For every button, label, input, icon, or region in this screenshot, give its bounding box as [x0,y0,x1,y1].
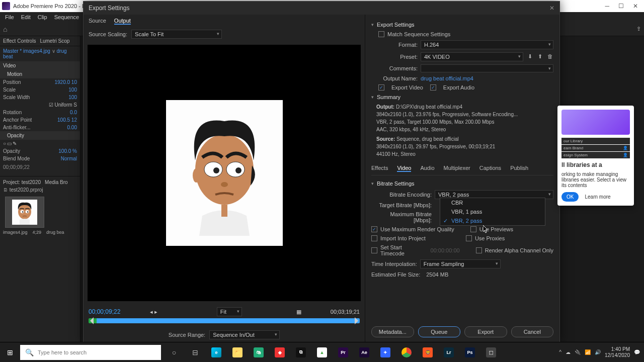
tab-source[interactable]: Source [89,18,106,25]
tab-lumetri[interactable]: Lumetri Scop [40,38,69,44]
minimize-button[interactable]: ─ [605,3,609,10]
maximize-button[interactable]: ☐ [618,3,624,10]
bitrate-header[interactable]: Bitrate Settings [371,178,553,189]
queue-button[interactable]: Queue [418,326,461,337]
import-preset-icon[interactable]: ⬆ [536,53,543,60]
bin-thumbnail[interactable] [5,197,44,228]
delete-preset-icon[interactable]: 🗑 [546,53,553,60]
export-audio-checkbox[interactable] [430,84,436,90]
task-app-gray[interactable]: ⬚ [481,342,501,363]
time-interp-select[interactable]: Frame Sampling [420,259,501,268]
task-app-blue[interactable]: ✦ [375,342,395,363]
summary-header[interactable]: Summary [371,92,553,102]
task-premiere[interactable]: Pr [333,342,353,363]
dd-option-vbr1[interactable]: VBR, 1 pass [440,207,545,216]
tray-volume-icon[interactable]: 🔊 [595,349,601,355]
task-aftereffects[interactable]: Ae [354,342,374,363]
zoom-fit-select[interactable]: Fit [217,307,242,316]
blend-value[interactable]: Normal [61,156,77,161]
mask-rect-icon[interactable]: ▭ [7,141,12,146]
media-browser-tab[interactable]: Media Bro [45,179,68,185]
export-button[interactable]: Export [464,326,507,337]
task-app-red[interactable]: ◆ [270,342,290,363]
render-alpha-checkbox[interactable] [476,247,482,253]
export-settings-header[interactable]: Export Settings [371,20,553,30]
opacity-header[interactable]: Opacity [0,131,80,140]
lib-item[interactable]: eam Brand👤 [561,145,630,151]
output-name-link[interactable]: drug beat official.mp4 [421,75,473,81]
task-photoshop[interactable]: Ps [460,342,480,363]
position-value[interactable]: 1920.0 10 [55,79,77,85]
home-icon[interactable]: ⌂ [3,25,7,33]
menu-edit[interactable]: Edit [18,13,34,21]
use-previews-checkbox[interactable] [470,226,476,232]
timecode-left[interactable]: 00;00;09;22 [89,308,120,315]
etab-publish[interactable]: Publish [510,165,528,172]
scalew-value[interactable]: 100 [68,95,77,100]
project-tab[interactable]: Project: test2020 [3,179,41,185]
start-timecode-checkbox[interactable] [371,247,377,253]
tray-notifications-icon[interactable]: 💬 [634,349,640,355]
tab-effect-controls[interactable]: Effect Controls [3,38,36,44]
lib-item[interactable]: esign System👤 [561,152,630,158]
comments-input[interactable] [421,64,553,72]
libpop-ok-button[interactable]: OK [561,192,579,202]
task-drive[interactable]: ▲ [312,342,332,363]
source-scaling-select[interactable]: Scale To Fit [131,30,222,39]
mask-pen-icon[interactable]: ✎ [13,141,17,146]
task-cortana[interactable]: ○ [164,342,184,363]
scale-value[interactable]: 100 [68,87,77,93]
uniform-check[interactable]: ☑ Uniform S [49,102,77,108]
step-back-icon[interactable]: ◂ [150,309,153,315]
match-sequence-checkbox[interactable] [378,31,384,37]
rotation-value[interactable]: 0.0 [70,110,77,115]
taskbar-search[interactable]: 🔍 Type here to search [20,345,161,360]
tray-clock[interactable]: 1:40 PM 12/14/2020 [605,346,630,358]
libpop-learn-button[interactable]: Learn more [582,192,613,202]
aspect-icon[interactable]: ▦ [296,309,301,315]
dd-option-cbr[interactable]: CBR [440,198,545,207]
timeline-scrubber[interactable] [89,318,360,323]
start-button[interactable]: ⊞ [0,348,20,356]
tray-wifi-icon[interactable]: 📶 [585,349,591,355]
task-chrome[interactable] [396,342,417,363]
etab-audio[interactable]: Audio [420,165,434,172]
task-explorer[interactable]: 📁 [227,342,248,363]
tab-output[interactable]: Output [114,18,131,25]
tray-up-icon[interactable]: ^ [559,349,561,355]
task-brave[interactable]: 🦁 [418,342,438,363]
task-lightroom[interactable]: Lr [439,342,459,363]
share-icon[interactable]: ⇪ [636,26,641,32]
cancel-button[interactable]: Cancel [511,326,554,337]
menu-sequence[interactable]: Sequence [51,13,83,21]
task-edge[interactable]: e [206,342,226,363]
preset-select[interactable]: 4K VIDEO [421,52,523,61]
dialog-close-button[interactable]: ✕ [549,5,554,12]
task-dropbox[interactable]: ⧉ [291,342,311,363]
import-project-checkbox[interactable] [371,235,377,241]
menu-file[interactable]: File [2,13,17,21]
use-proxies-checkbox[interactable] [466,235,472,241]
task-store[interactable]: 🛍 [249,342,269,363]
metadata-button[interactable]: Metadata... [371,326,414,337]
mask-ellipse-icon[interactable]: ○ [3,141,6,146]
anchor-value[interactable]: 100.5 12 [57,117,77,123]
lib-item[interactable]: our Library [561,138,630,144]
save-preset-icon[interactable]: ⬇ [526,53,533,60]
etab-effects[interactable]: Effects [371,165,388,172]
dd-option-vbr2[interactable]: VBR, 2 pass [440,216,545,225]
tray-power-icon[interactable]: 🔌 [575,349,581,355]
close-button[interactable]: ✕ [633,3,638,10]
format-select[interactable]: H.264 [421,40,553,49]
etab-multiplexer[interactable]: Multiplexer [444,165,470,172]
etab-captions[interactable]: Captions [479,165,501,172]
antiflicker-value[interactable]: 0.00 [67,125,77,130]
motion-header[interactable]: Motion [0,70,80,78]
tray-cloud-icon[interactable]: ☁ [566,349,571,355]
opacity-value[interactable]: 100.0 % [58,148,77,154]
etab-video[interactable]: Video [397,165,411,172]
task-taskview[interactable]: ⊟ [185,342,205,363]
max-quality-checkbox[interactable] [371,226,377,232]
source-range-select[interactable]: Sequence In/Out [209,330,280,339]
play-icon[interactable]: ▸ [154,309,157,315]
